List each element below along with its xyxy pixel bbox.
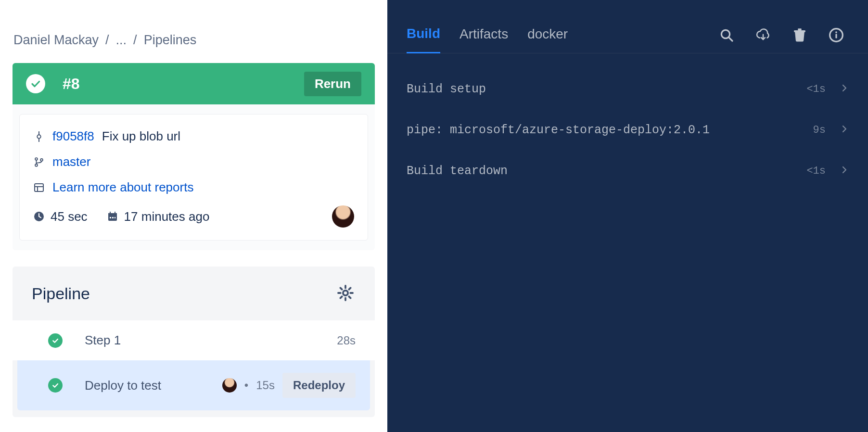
tabs-row: Build Artifacts docker [387,26,868,53]
redeploy-button[interactable]: Redeploy [282,373,356,398]
left-panel: Daniel Mackay / ... / Pipelines #8 Rerun… [0,0,387,432]
calendar-icon [107,211,118,222]
step-label: Deploy to test [85,378,222,393]
run-card: f9058f8 Fix up blob url master Learn mor… [13,104,375,250]
svg-rect-21 [798,28,802,30]
run-info: f9058f8 Fix up blob url master Learn mor… [19,114,368,241]
clock-icon [33,211,45,222]
pipeline-title: Pipeline [32,284,336,303]
trash-icon[interactable] [792,27,807,43]
breadcrumb: Daniel Mackay / ... / Pipelines [0,33,387,48]
step-label: Step 1 [85,333,337,348]
breadcrumb-sep: / [133,33,137,48]
step-avatar [222,378,237,393]
log-time: 9s [813,124,826,136]
pipeline-header: Pipeline [13,267,375,320]
chevron-right-icon [840,123,849,137]
duration: 45 sec [33,209,88,224]
log-time: <1s [806,83,826,95]
chevron-right-icon [840,164,849,178]
svg-rect-13 [112,217,114,218]
svg-point-5 [40,159,43,161]
breadcrumb-ellipsis[interactable]: ... [116,33,127,48]
breadcrumb-sep: / [105,33,109,48]
svg-point-3 [35,158,38,160]
log-label: Build setup [407,82,806,96]
run-header: #8 Rerun [13,63,375,104]
reports-link[interactable]: Learn more about reports [52,180,193,195]
rerun-button[interactable]: Rerun [304,72,361,96]
svg-rect-11 [108,213,117,216]
commit-message: Fix up blob url [102,129,180,144]
step-list: Step 1 28s Deploy to test • 15s Redeploy [13,320,375,410]
timestamp: 17 minutes ago [107,209,210,224]
duration-text: 45 sec [51,209,88,224]
run-number: #8 [63,75,304,93]
commit-icon [33,131,45,142]
meta-row: 45 sec 17 minutes ago [33,205,354,228]
svg-point-17 [343,291,348,295]
success-status-icon [26,74,45,93]
svg-line-19 [729,38,732,41]
pipeline-step[interactable]: Deploy to test • 15s Redeploy [17,360,370,410]
branch-link[interactable]: master [52,154,90,169]
avatar[interactable] [332,205,354,228]
svg-point-18 [721,30,729,38]
tab-build[interactable]: Build [407,26,440,53]
step-duration: 15s [256,379,275,392]
search-icon[interactable] [719,27,734,43]
log-time: <1s [806,165,826,177]
svg-rect-6 [35,184,43,191]
download-cloud-icon[interactable] [755,27,771,43]
step-success-icon [48,378,63,393]
branch-icon [33,156,45,168]
pipeline-settings-button[interactable] [336,284,356,303]
reports-row: Learn more about reports [33,180,354,195]
timestamp-text: 17 minutes ago [124,209,210,224]
step-bullet: • [244,379,248,392]
svg-rect-20 [794,30,805,32]
report-icon [33,182,45,193]
svg-rect-14 [115,217,115,218]
breadcrumb-owner[interactable]: Daniel Mackay [13,33,99,48]
tool-icons [719,27,849,51]
tab-docker[interactable]: docker [527,26,568,52]
commit-row: f9058f8 Fix up blob url [33,129,354,144]
log-row[interactable]: Build teardown <1s [407,151,849,191]
breadcrumb-page[interactable]: Pipelines [144,33,197,48]
branch-row: master [33,154,354,169]
step-success-icon [48,333,63,348]
pipeline-card: Pipeline Step 1 28s Deploy to test [13,267,375,417]
svg-point-4 [35,164,38,166]
log-label: Build teardown [407,164,806,178]
svg-rect-12 [110,217,111,218]
pipeline-step[interactable]: Step 1 28s [13,320,375,360]
log-row[interactable]: pipe: microsoft/azure-storage-deploy:2.0… [407,110,849,151]
step-duration: 28s [337,334,356,347]
svg-point-0 [37,135,40,138]
chevron-right-icon [840,82,849,96]
commit-hash-link[interactable]: f9058f8 [52,129,94,144]
log-list: Build setup <1s pipe: microsoft/azure-st… [387,53,868,191]
tab-artifacts[interactable]: Artifacts [460,26,508,52]
svg-rect-24 [835,34,837,38]
log-label: pipe: microsoft/azure-storage-deploy:2.0… [407,123,813,137]
svg-point-23 [835,31,837,33]
right-panel: Build Artifacts docker Build setup <1s [387,0,868,432]
info-icon[interactable] [829,27,844,43]
log-row[interactable]: Build setup <1s [407,69,849,110]
